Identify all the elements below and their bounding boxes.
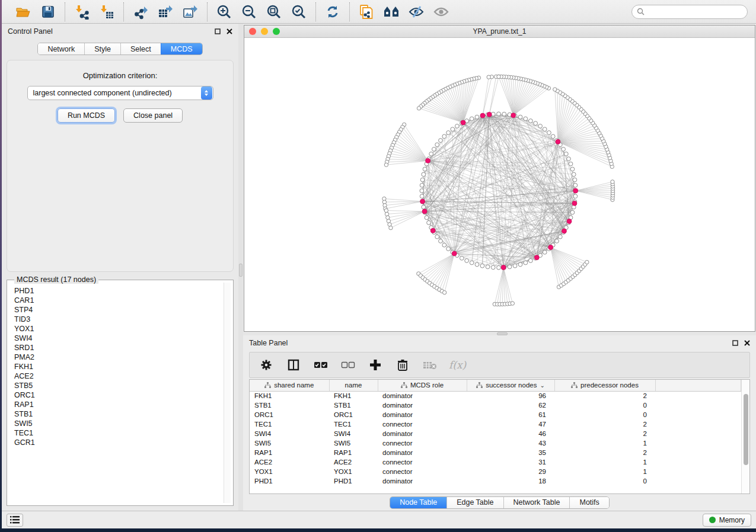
mcds-result-list[interactable]: PHD1CAR1STP4TID3YOX1SWI4SRD1PMA2FKH1ACE2… bbox=[9, 283, 231, 503]
run-mcds-button[interactable]: Run MCDS bbox=[58, 108, 115, 123]
table-cell bbox=[655, 429, 741, 438]
mcds-result-item[interactable]: SRD1 bbox=[14, 343, 231, 352]
criterion-select[interactable]: largest connected component (undirected) bbox=[27, 86, 213, 100]
first-neighbors-icon[interactable] bbox=[383, 4, 400, 20]
mcds-result-item[interactable]: GCR1 bbox=[14, 438, 231, 447]
memory-button[interactable]: Memory bbox=[703, 514, 751, 527]
search-field[interactable] bbox=[631, 5, 748, 19]
deselect-all-icon[interactable] bbox=[340, 357, 356, 373]
table-row[interactable]: SWI5SWI5connector431 bbox=[250, 438, 741, 448]
table-row[interactable]: TEC1TEC1connector472 bbox=[250, 419, 741, 429]
app-window: Control Panel Network Style Select MCDS … bbox=[2, 0, 756, 528]
tab-mcds[interactable]: MCDS bbox=[161, 43, 202, 55]
close-panel-icon[interactable] bbox=[744, 340, 750, 347]
gear-icon[interactable] bbox=[258, 357, 275, 373]
open-folder-icon[interactable] bbox=[15, 4, 31, 20]
mcds-result-item[interactable]: PHD1 bbox=[14, 286, 231, 296]
mcds-result-item[interactable]: CAR1 bbox=[14, 296, 231, 305]
refresh-icon[interactable] bbox=[324, 4, 341, 20]
network-window-titlebar[interactable]: YPA_prune.txt_1 bbox=[244, 25, 755, 38]
clone-network-icon[interactable] bbox=[358, 4, 375, 20]
criterion-label: Optimization criterion: bbox=[7, 71, 233, 80]
table-cell: 47 bbox=[467, 419, 554, 429]
column-header-predecessor-nodes[interactable]: predecessor nodes bbox=[554, 380, 655, 391]
mcds-result-item[interactable]: RAP1 bbox=[14, 400, 231, 409]
vertical-splitter[interactable] bbox=[238, 24, 243, 511]
hide-selected-icon[interactable] bbox=[408, 4, 425, 20]
mcds-result-item[interactable]: ACE2 bbox=[14, 371, 231, 381]
mcds-result-item[interactable]: STB1 bbox=[14, 409, 231, 419]
table-cell: 43 bbox=[467, 438, 554, 448]
tab-network[interactable]: Network bbox=[38, 43, 84, 55]
column-header-successor-nodes[interactable]: successor nodes⌄ bbox=[467, 380, 554, 391]
zoom-in-icon[interactable] bbox=[216, 4, 232, 20]
table-cell: dominator bbox=[378, 476, 467, 486]
add-icon[interactable] bbox=[367, 357, 384, 373]
export-network-icon[interactable] bbox=[132, 4, 149, 20]
tab-network-table[interactable]: Network Table bbox=[503, 497, 570, 508]
table-cell: 46 bbox=[467, 429, 554, 438]
table-cell: 96 bbox=[467, 391, 554, 400]
table-cell: RAP1 bbox=[329, 448, 378, 457]
network-canvas[interactable] bbox=[244, 38, 755, 331]
table-panel-title: Table Panel bbox=[249, 339, 288, 347]
mcds-result-item[interactable]: PMA2 bbox=[14, 352, 231, 362]
show-all-icon[interactable] bbox=[433, 4, 449, 20]
mcds-result-item[interactable]: STP4 bbox=[14, 305, 231, 315]
column-header-shared-name[interactable]: shared name bbox=[250, 380, 329, 391]
mcds-result-item[interactable]: TEC1 bbox=[14, 428, 231, 438]
column-header-name[interactable]: name bbox=[329, 380, 378, 391]
tab-node-table[interactable]: Node Table bbox=[390, 497, 446, 508]
table-row[interactable]: STB1STB1dominator620 bbox=[250, 400, 741, 410]
tab-select[interactable]: Select bbox=[120, 43, 161, 55]
table-scrollbar-thumb[interactable] bbox=[744, 394, 748, 465]
mcds-list-scrollbar[interactable] bbox=[224, 283, 231, 503]
import-table-icon[interactable] bbox=[98, 4, 115, 20]
mcds-result-item[interactable]: TID3 bbox=[14, 315, 231, 324]
task-history-button[interactable] bbox=[7, 514, 23, 527]
export-image-icon[interactable] bbox=[182, 4, 199, 20]
table-cell bbox=[655, 400, 741, 410]
function-icon[interactable]: f(x) bbox=[449, 359, 466, 371]
mcds-tab-content: Optimization criterion: largest connecte… bbox=[7, 60, 234, 272]
table-row[interactable]: ORC1ORC1dominator610 bbox=[250, 410, 741, 419]
horizontal-splitter[interactable] bbox=[243, 332, 756, 335]
column-header-mcds-role[interactable]: MCDS role bbox=[378, 380, 467, 391]
mcds-result-item[interactable]: SWI5 bbox=[14, 419, 231, 428]
zoom-fit-icon[interactable] bbox=[266, 4, 282, 20]
mcds-result-item[interactable]: YOX1 bbox=[14, 324, 231, 334]
close-panel-icon[interactable] bbox=[226, 28, 232, 35]
zoom-out-icon[interactable] bbox=[241, 4, 257, 20]
tab-style[interactable]: Style bbox=[84, 43, 120, 55]
table-scrollbar[interactable] bbox=[741, 380, 749, 493]
search-icon bbox=[637, 8, 645, 15]
table-row[interactable]: SWI4SWI4dominator462 bbox=[250, 429, 741, 438]
table-row[interactable]: PHD1PHD1dominator180 bbox=[250, 476, 741, 486]
table-cell: connector bbox=[378, 467, 467, 476]
float-panel-icon[interactable] bbox=[732, 340, 738, 347]
tab-motifs[interactable]: Motifs bbox=[569, 497, 608, 508]
mcds-result-item[interactable]: ORC1 bbox=[14, 390, 231, 400]
delete-icon[interactable] bbox=[394, 357, 411, 373]
column-view-icon[interactable] bbox=[285, 357, 302, 373]
mcds-result-item[interactable]: SWI4 bbox=[14, 334, 231, 343]
tab-edge-table[interactable]: Edge Table bbox=[446, 497, 503, 508]
search-input[interactable] bbox=[647, 8, 742, 16]
table-row[interactable]: FKH1FKH1dominator962 bbox=[250, 391, 741, 400]
close-panel-button[interactable]: Close panel bbox=[123, 108, 183, 123]
splitter-handle[interactable] bbox=[497, 332, 508, 335]
save-icon[interactable] bbox=[40, 4, 56, 20]
table-row[interactable]: ACE2ACE2connector311 bbox=[250, 457, 741, 467]
mcds-result-item[interactable]: FKH1 bbox=[14, 362, 231, 371]
delete-table-icon[interactable] bbox=[422, 357, 438, 373]
zoom-selected-icon[interactable] bbox=[291, 4, 307, 20]
table-row[interactable]: YOX1YOX1connector291 bbox=[250, 467, 741, 476]
export-table-icon[interactable] bbox=[157, 4, 174, 20]
splitter-handle[interactable] bbox=[239, 264, 243, 277]
float-panel-icon[interactable] bbox=[214, 28, 221, 35]
mcds-result-item[interactable]: STB5 bbox=[14, 381, 231, 390]
chevron-down-icon[interactable]: ⌄ bbox=[540, 382, 544, 389]
import-network-icon[interactable] bbox=[74, 4, 90, 20]
table-row[interactable]: RAP1RAP1dominator352 bbox=[250, 448, 741, 457]
select-all-icon[interactable] bbox=[312, 357, 329, 373]
